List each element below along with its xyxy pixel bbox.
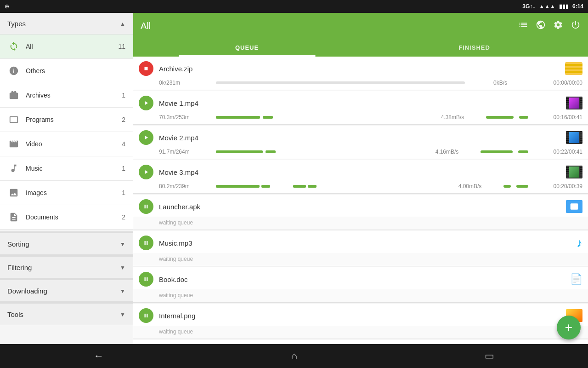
sidebar-item-images[interactable]: Images 1 xyxy=(0,181,133,205)
sidebar-item-programs[interactable]: Programs 2 xyxy=(0,108,133,132)
filename-launcher: Launcher.apk xyxy=(159,203,566,211)
sorting-section[interactable]: Sorting xyxy=(0,231,133,255)
tab-bar: QUEUE FINISHED xyxy=(133,39,588,57)
add-fab[interactable]: + xyxy=(557,316,581,339)
downloading-label: Downloading xyxy=(7,287,47,295)
recents-button[interactable]: ▭ xyxy=(485,350,494,362)
play-btn-movie2[interactable] xyxy=(139,130,153,145)
programs-count: 2 xyxy=(122,116,125,123)
svg-rect-3 xyxy=(571,203,578,209)
top-bar: All xyxy=(133,13,588,39)
play-btn-movie1[interactable] xyxy=(139,96,153,110)
pause-btn-internal[interactable] xyxy=(139,308,153,323)
movie1-info: 70.3m/253m 4.38mB/s 00:16/00:41 xyxy=(133,113,588,124)
sidebar-item-archives[interactable]: Archives 1 xyxy=(0,83,133,108)
tab-finished[interactable]: FINISHED xyxy=(361,39,588,57)
others-icon xyxy=(7,64,20,77)
download-list: Archive.zip 0k/231m 0kB/s 00:00/00:00 Mo… xyxy=(133,57,588,344)
images-count: 1 xyxy=(122,189,125,196)
tools-chevron xyxy=(120,310,125,318)
svg-rect-7 xyxy=(147,277,147,281)
tab-queue[interactable]: QUEUE xyxy=(133,39,361,57)
archives-icon xyxy=(7,89,20,102)
downloading-section[interactable]: Downloading xyxy=(0,278,133,302)
svg-rect-8 xyxy=(145,314,146,317)
svg-rect-6 xyxy=(145,277,146,281)
play-btn-movie3[interactable] xyxy=(139,165,153,179)
zip-thumb xyxy=(565,62,582,75)
programs-label: Programs xyxy=(26,116,122,123)
pause-btn-music[interactable] xyxy=(139,236,153,250)
power-icon[interactable] xyxy=(571,20,581,32)
others-label: Others xyxy=(26,67,125,75)
film-thumb-movie2 xyxy=(566,131,582,144)
music-waiting: waiting queue xyxy=(133,253,588,266)
archives-count: 1 xyxy=(122,92,125,99)
stop-btn-archive[interactable] xyxy=(139,61,153,76)
status-bar: ⊕ 3G↑↓ ▲▲▲ ▮▮▮ 6:14 xyxy=(0,0,588,13)
film-thumb-movie3 xyxy=(566,166,582,178)
refresh-icon xyxy=(7,40,20,53)
types-section-header[interactable]: Types xyxy=(0,13,133,34)
video-label: Video xyxy=(26,140,122,148)
filename-movie1: Movie 1.mp4 xyxy=(159,99,566,107)
list-icon[interactable] xyxy=(518,20,528,32)
sorting-label: Sorting xyxy=(7,240,29,248)
tools-label: Tools xyxy=(7,310,23,318)
programs-icon xyxy=(7,113,20,126)
filtering-label: Filtering xyxy=(7,264,32,271)
download-item-internal: Internal.png waiting queue xyxy=(133,304,588,339)
music-label: Music xyxy=(26,165,122,172)
images-label: Images xyxy=(26,189,122,196)
content-area: All QUEUE FINISHE xyxy=(133,13,588,344)
filename-movie3: Movie 3.mp4 xyxy=(159,168,566,176)
download-item-launcher: Launcher.apk waiting queue xyxy=(133,195,588,230)
svg-rect-5 xyxy=(147,241,147,245)
pause-btn-book[interactable] xyxy=(139,272,153,287)
book-waiting: waiting queue xyxy=(133,289,588,302)
sidebar-item-all[interactable]: All 11 xyxy=(0,34,133,59)
types-chevron xyxy=(120,19,125,28)
download-item-archive-zip: Archive.zip 0k/231m 0kB/s 00:00/00:00 xyxy=(133,57,588,90)
music-count: 1 xyxy=(122,165,125,172)
sidebar-item-documents[interactable]: Documents 2 xyxy=(0,205,133,230)
sorting-chevron xyxy=(120,240,125,248)
images-icon xyxy=(7,186,20,199)
documents-label: Documents xyxy=(26,213,122,221)
download-item-movie2: Movie 2.mp4 91.7m/264m 4.16mB/s 00:22/00… xyxy=(133,126,588,159)
time-display: 6:14 xyxy=(572,3,583,10)
sidebar-item-video[interactable]: Video 4 xyxy=(0,132,133,156)
svg-rect-9 xyxy=(147,314,147,317)
movie2-info: 91.7m/264m 4.16mB/s 00:22/00:41 xyxy=(133,148,588,159)
filtering-chevron xyxy=(120,263,125,271)
svg-rect-0 xyxy=(145,67,148,70)
sidebar-item-music[interactable]: Music 1 xyxy=(0,156,133,181)
downloading-chevron xyxy=(120,287,125,295)
back-button[interactable]: ← xyxy=(94,350,104,362)
globe-icon[interactable] xyxy=(536,20,546,32)
svg-rect-4 xyxy=(145,241,146,245)
home-button[interactable]: ⌂ xyxy=(291,350,297,362)
doc-thumb-book: 📄 xyxy=(570,273,582,285)
gear-icon[interactable] xyxy=(553,20,563,32)
filename-music: Music.mp3 xyxy=(159,239,577,247)
download-item-movie3: Movie 3.mp4 80.2m/239m 4.00mB/s 00:20/00… xyxy=(133,160,588,194)
video-icon xyxy=(7,138,20,150)
film-thumb-movie1 xyxy=(566,97,582,109)
svg-rect-1 xyxy=(145,205,146,208)
download-item-music: Music.mp3 ♪ waiting queue xyxy=(133,231,588,266)
sidebar-item-others[interactable]: Others xyxy=(0,59,133,83)
download-item-book: Book.doc 📄 waiting queue xyxy=(133,267,588,303)
wifi-icon: ▲▲▲ xyxy=(539,3,555,10)
apk-thumb-launcher xyxy=(566,200,582,213)
tools-section[interactable]: Tools xyxy=(0,302,133,325)
app-icon: ⊕ xyxy=(5,3,9,10)
filename-book: Book.doc xyxy=(159,276,570,283)
pause-btn-launcher[interactable] xyxy=(139,199,153,214)
filename-internal: Internal.png xyxy=(159,312,566,320)
archive-info: 0k/231m 0kB/s 00:00/00:00 xyxy=(133,79,588,90)
archives-label: Archives xyxy=(26,92,122,99)
sidebar: Types All 11 Others Archives 1 xyxy=(0,13,133,344)
types-label: Types xyxy=(7,20,26,28)
filtering-section[interactable]: Filtering xyxy=(0,255,133,278)
